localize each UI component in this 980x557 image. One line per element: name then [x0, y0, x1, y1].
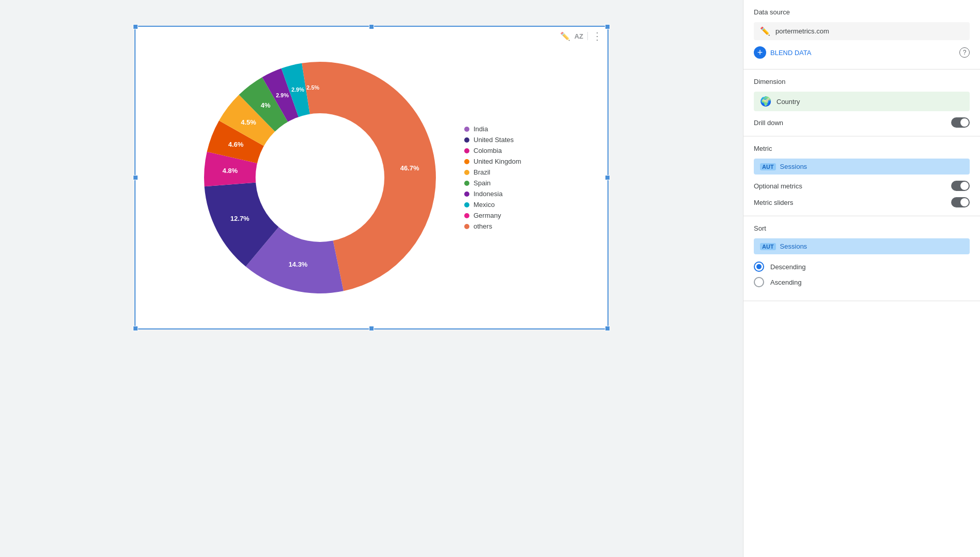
- legend-label-brazil: Brazil: [474, 168, 491, 176]
- chart-content: India United States Colombia United King…: [136, 27, 607, 328]
- metric-aut-badge: AUT: [760, 163, 776, 170]
- data-source-title: Data source: [754, 8, 970, 16]
- blend-left: + BLEND DATA: [754, 46, 812, 59]
- drill-down-label: Drill down: [754, 119, 783, 127]
- metric-sliders-toggle[interactable]: [951, 197, 970, 207]
- resize-handle-bot-mid[interactable]: [369, 326, 374, 331]
- drill-down-toggle[interactable]: [951, 117, 970, 128]
- chart-legend: India United States Colombia United King…: [464, 125, 547, 230]
- resize-handle-bot-left[interactable]: [133, 326, 138, 331]
- legend-label-spain: Spain: [474, 179, 491, 187]
- resize-handle-top-right[interactable]: [605, 24, 610, 29]
- data-source-row[interactable]: ✏️ portermetrics.com: [754, 22, 970, 40]
- optional-metrics-row: Optional metrics: [754, 181, 970, 191]
- blend-plus-button[interactable]: +: [754, 46, 766, 59]
- legend-item-usa: United States: [464, 136, 547, 144]
- legend-item-spain: Spain: [464, 179, 547, 187]
- drill-down-row: Drill down: [754, 117, 970, 128]
- legend-dot-others: [464, 224, 469, 229]
- resize-handle-top-mid[interactable]: [369, 24, 374, 29]
- dimension-row[interactable]: 🌍 Country: [754, 92, 970, 111]
- metric-title: Metric: [754, 145, 970, 152]
- metric-chip[interactable]: AUT Sessions: [754, 159, 970, 175]
- legend-label-germany: Germany: [474, 212, 501, 219]
- legend-label-colombia: Colombia: [474, 147, 502, 154]
- sort-section: Sort AUT Sessions Descending Ascending: [744, 216, 980, 301]
- legend-item-brazil: Brazil: [464, 168, 547, 176]
- legend-label-usa: United States: [474, 136, 514, 144]
- globe-icon: 🌍: [760, 96, 771, 107]
- ascending-label: Ascending: [770, 278, 802, 286]
- edit-icon[interactable]: ✏️: [560, 31, 570, 41]
- metric-sliders-row: Metric sliders: [754, 197, 970, 207]
- sort-name: Sessions: [780, 242, 807, 250]
- sort-aut-badge: AUT: [760, 243, 776, 250]
- optional-metrics-toggle[interactable]: [951, 181, 970, 191]
- legend-label-india: India: [474, 125, 488, 133]
- metric-sliders-label: Metric sliders: [754, 199, 793, 206]
- help-icon[interactable]: ?: [959, 47, 970, 58]
- data-source-section: Data source ✏️ portermetrics.com + BLEND…: [744, 0, 980, 69]
- optional-metrics-label: Optional metrics: [754, 182, 802, 190]
- ascending-radio[interactable]: [754, 277, 764, 287]
- legend-item-indonesia: Indonesia: [464, 190, 547, 198]
- descending-radio[interactable]: [754, 262, 764, 272]
- chart-toolbar: ✏️ AZ ⋮: [560, 30, 602, 42]
- legend-item-germany: Germany: [464, 212, 547, 219]
- resize-handle-bot-right[interactable]: [605, 326, 610, 331]
- legend-dot-mexico: [464, 202, 469, 207]
- ascending-radio-row[interactable]: Ascending: [754, 277, 970, 287]
- blend-data-row: + BLEND DATA ?: [754, 44, 970, 61]
- legend-item-mexico: Mexico: [464, 201, 547, 208]
- legend-label-others: others: [474, 222, 492, 230]
- data-source-name: portermetrics.com: [775, 27, 829, 35]
- sort-az-icon[interactable]: AZ: [575, 32, 583, 40]
- legend-dot-germany: [464, 213, 469, 218]
- left-panel: ✏️ AZ ⋮ India United States: [0, 0, 743, 557]
- sort-chip[interactable]: AUT Sessions: [754, 238, 970, 254]
- resize-handle-mid-left[interactable]: [133, 175, 138, 180]
- right-panel: Data source ✏️ portermetrics.com + BLEND…: [743, 0, 980, 557]
- legend-label-uk: United Kingdom: [474, 158, 521, 165]
- legend-label-indonesia: Indonesia: [474, 190, 502, 198]
- legend-label-mexico: Mexico: [474, 201, 495, 208]
- metric-name: Sessions: [780, 163, 807, 170]
- legend-dot-india: [464, 127, 469, 132]
- descending-radio-inner: [756, 264, 762, 269]
- legend-dot-brazil: [464, 170, 469, 175]
- legend-item-uk: United Kingdom: [464, 158, 547, 165]
- legend-item-others: others: [464, 222, 547, 230]
- toolbar-separator: [587, 32, 588, 40]
- donut-chart: [196, 54, 444, 301]
- sort-title: Sort: [754, 224, 970, 232]
- legend-item-india: India: [464, 125, 547, 133]
- legend-dot-colombia: [464, 148, 469, 153]
- dimension-section: Dimension 🌍 Country Drill down: [744, 69, 980, 136]
- legend-dot-uk: [464, 159, 469, 164]
- donut-canvas: [196, 54, 444, 301]
- blend-data-label[interactable]: BLEND DATA: [770, 49, 812, 57]
- legend-dot-spain: [464, 181, 469, 186]
- dimension-value: Country: [776, 98, 800, 106]
- pencil-icon: ✏️: [760, 26, 770, 36]
- legend-dot-usa: [464, 137, 469, 143]
- legend-dot-indonesia: [464, 192, 469, 197]
- resize-handle-mid-right[interactable]: [605, 175, 610, 180]
- descending-label: Descending: [770, 263, 806, 271]
- chart-container[interactable]: ✏️ AZ ⋮ India United States: [134, 26, 609, 329]
- descending-radio-row[interactable]: Descending: [754, 262, 970, 272]
- legend-item-colombia: Colombia: [464, 147, 547, 154]
- resize-handle-top-left[interactable]: [133, 24, 138, 29]
- metric-section: Metric AUT Sessions Optional metrics Met…: [744, 136, 980, 216]
- more-options-icon[interactable]: ⋮: [592, 30, 602, 42]
- dimension-title: Dimension: [754, 78, 970, 85]
